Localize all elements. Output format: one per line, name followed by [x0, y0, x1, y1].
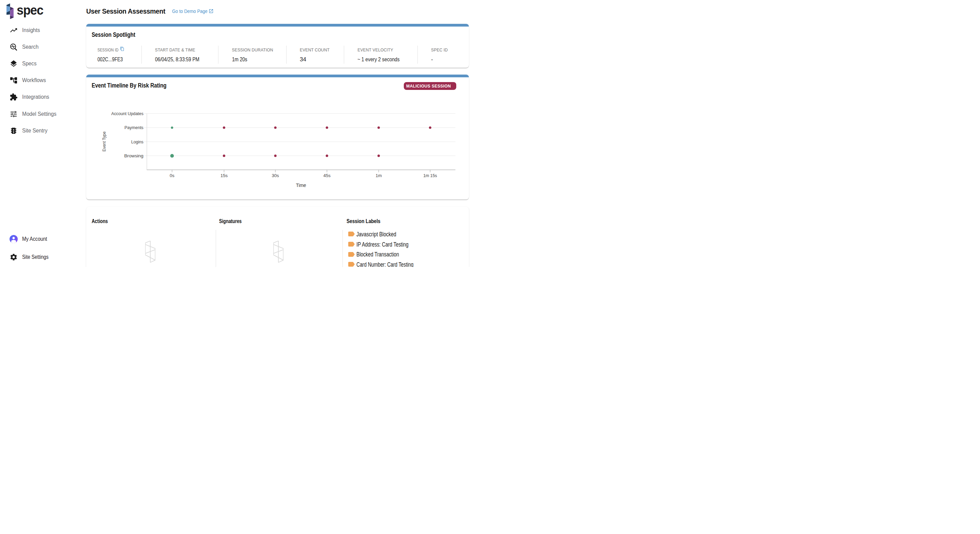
svg-text:Time: Time — [296, 183, 306, 188]
svg-text:1m: 1m — [375, 173, 382, 178]
svg-text:0s: 0s — [170, 173, 175, 178]
svg-text:30s: 30s — [272, 173, 279, 178]
svg-text:Browsing: Browsing — [124, 153, 143, 158]
svg-text:Payments: Payments — [124, 125, 143, 130]
svg-text:1m 15s: 1m 15s — [423, 173, 437, 178]
svg-text:15s: 15s — [221, 173, 228, 178]
svg-text:45s: 45s — [323, 173, 331, 178]
svg-text:Event Type: Event Type — [102, 131, 107, 151]
svg-text:Logins: Logins — [131, 139, 143, 144]
svg-text:Account Updates: Account Updates — [111, 111, 143, 116]
